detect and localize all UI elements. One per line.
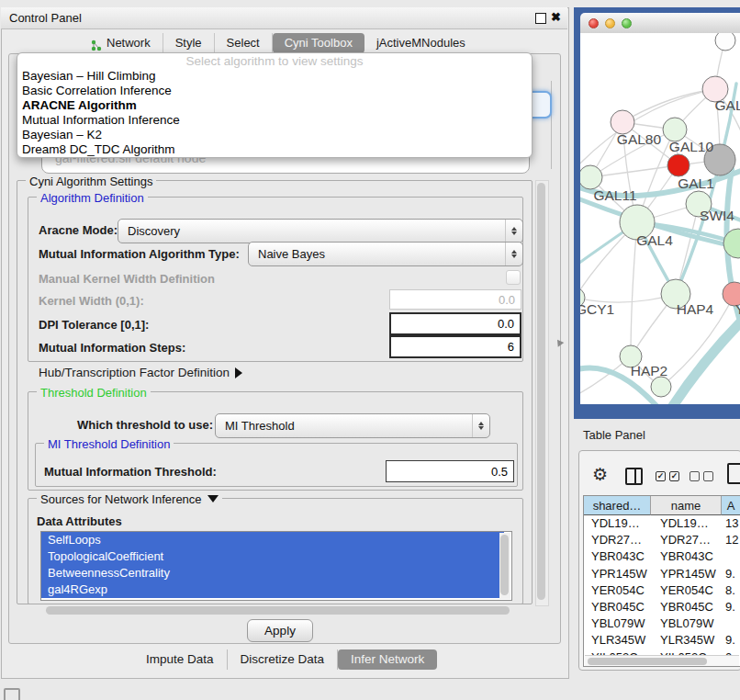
node-label-gcy1: GCY1 xyxy=(580,301,614,317)
select-all-icon[interactable]: ✓✓ xyxy=(656,471,679,481)
manual-kernel-width-label: Manual Kernel Width Definition xyxy=(39,272,215,286)
sources-group-label: Sources for Network Inference xyxy=(40,492,202,506)
attribute-item-gal4rgexp[interactable]: gal4RGexp xyxy=(41,581,504,598)
table-cell: YBR043C xyxy=(584,548,658,565)
table-cell: 9. xyxy=(722,566,740,582)
algorithm-option-mutual-information-inference[interactable]: Mutual Information Inference xyxy=(18,113,533,128)
tab-select[interactable]: Select xyxy=(215,33,273,53)
horizontal-scrollbar[interactable] xyxy=(46,606,510,615)
table-cell: YBL079W xyxy=(584,615,658,632)
table-settings-gear-icon[interactable]: ⚙ xyxy=(592,464,608,485)
data-attributes-list: SelfLoopsTopologicalCoefficientBetweenne… xyxy=(40,531,512,601)
table-row[interactable]: YLR345WYLR345W9. xyxy=(584,632,740,649)
tab-label: jActiveMNodules xyxy=(376,33,465,53)
table-cell: YBR045C xyxy=(584,599,658,615)
settings-vertical-scrollbar[interactable] xyxy=(535,180,549,606)
network-node-gal11[interactable] xyxy=(580,165,602,189)
table-row[interactable]: YDR27…YDR27…12 xyxy=(584,532,740,548)
kernel-width-label: Kernel Width (0,1): xyxy=(39,294,144,308)
network-canvas[interactable]: GALGAL80GAL10GAL1GAL11SWI4GAL4GCY1HAP4YH… xyxy=(580,33,740,404)
control-panel-titlebar xyxy=(1,7,567,29)
network-node[interactable] xyxy=(651,377,671,397)
which-threshold-combo[interactable]: MI Threshold xyxy=(215,413,490,438)
bottom-tab-infer-network[interactable]: Infer Network xyxy=(338,649,437,670)
panel-grip-icon[interactable] xyxy=(4,688,20,700)
algorithm-option-dream8-dc-tdc-algorithm[interactable]: Dream8 DC_TDC Algorithm xyxy=(18,142,533,157)
which-threshold-label: Which threshold to use: xyxy=(77,418,213,432)
manual-kernel-width-checkbox xyxy=(506,270,521,285)
control-panel-tabs: NetworkStyleSelectCyni ToolboxjActiveMNo… xyxy=(79,33,477,53)
table-cell: YER054C xyxy=(584,582,658,599)
table-cell: YPR145W xyxy=(584,566,658,582)
table-panel-title: Table Panel xyxy=(583,428,645,442)
mi-algorithm-type-combo[interactable]: Naive Bayes xyxy=(248,242,523,266)
aracne-mode-combo[interactable]: Discovery xyxy=(118,219,523,243)
mi-threshold-group-title: MI Threshold Definition xyxy=(44,437,174,451)
algorithm-option-aracne-algorithm[interactable]: ARACNE Algorithm xyxy=(18,98,533,113)
which-threshold-value: MI Threshold xyxy=(216,419,472,433)
table-row[interactable]: YER054CYER054C8. xyxy=(584,582,740,599)
table-row[interactable]: YBR045CYBR045C9. xyxy=(584,599,740,615)
bottom-tab-discretize-data[interactable]: Discretize Data xyxy=(228,649,339,670)
table-cell xyxy=(722,548,740,565)
node-label-hap2: HAP2 xyxy=(631,363,668,378)
tab-jactivemnodules[interactable]: jActiveMNodules xyxy=(364,33,477,53)
table-cell: YBL079W xyxy=(651,615,731,632)
float-window-icon[interactable] xyxy=(535,13,546,24)
attribute-item-topologicalcoefficient[interactable]: TopologicalCoefficient xyxy=(41,548,504,565)
minimize-window-icon[interactable] xyxy=(605,18,615,28)
apply-button[interactable]: Apply xyxy=(247,619,313,642)
combo-stepper-icon xyxy=(505,220,522,243)
algorithm-option-basic-correlation-inference[interactable]: Basic Correlation Inference xyxy=(18,84,533,98)
hub-definition-toggle[interactable]: Hub/Transcription Factor Definition xyxy=(39,366,242,379)
network-node[interactable] xyxy=(715,33,735,51)
mi-algorithm-type-value: Naive Bayes xyxy=(249,247,505,261)
combo-stepper-icon xyxy=(472,414,489,437)
tab-label: Style xyxy=(175,33,202,53)
table-horizontal-scrollbar[interactable] xyxy=(585,655,739,666)
dpi-tolerance-field[interactable] xyxy=(389,312,521,335)
node-label-gal11: GAL11 xyxy=(593,187,636,203)
table-cell: YDR27… xyxy=(651,532,731,548)
bottom-tab-impute-data[interactable]: Impute Data xyxy=(133,649,228,670)
network-node-gal1[interactable] xyxy=(667,154,690,176)
column-header-shared-[interactable]: shared… xyxy=(584,496,651,515)
mi-threshold-field[interactable] xyxy=(386,460,514,482)
network-edge xyxy=(580,89,715,171)
deselect-all-icon[interactable] xyxy=(690,471,713,481)
tab-label: Cyni Toolbox xyxy=(285,33,353,53)
node-label-gal10: GAL10 xyxy=(669,139,714,154)
list-vertical-scrollbar[interactable] xyxy=(499,533,510,599)
table-row[interactable]: YPR145WYPR145W9. xyxy=(584,566,740,582)
column-header-name[interactable]: name xyxy=(651,496,722,515)
table-cell: YER054C xyxy=(651,582,731,599)
table-row[interactable]: YBL079WYBL079W xyxy=(584,615,740,632)
split-panel-icon[interactable] xyxy=(625,468,643,485)
kernel-width-field xyxy=(389,289,521,310)
attribute-item-betweennesscentrality[interactable]: BetweennessCentrality xyxy=(41,565,504,581)
mi-threshold-label: Mutual Information Threshold: xyxy=(44,465,217,479)
algorithm-option-bayesian-hill-climbing[interactable]: Bayesian – Hill Climbing xyxy=(18,69,533,84)
node-label-gal1: GAL1 xyxy=(678,175,714,191)
tab-cyni-toolbox[interactable]: Cyni Toolbox xyxy=(273,33,364,53)
close-window-icon[interactable] xyxy=(589,18,599,28)
node-label-swi4: SWI4 xyxy=(700,208,734,223)
export-table-icon[interactable] xyxy=(727,463,740,484)
table-cell xyxy=(722,615,740,632)
table-cell: 8. xyxy=(722,582,740,599)
node-label-gal4: GAL4 xyxy=(636,232,673,248)
attribute-item-selfloops[interactable]: SelfLoops xyxy=(41,532,504,548)
sources-group-title[interactable]: Sources for Network Inference xyxy=(37,492,222,506)
algorithm-option-bayesian-k2[interactable]: Bayesian – K2 xyxy=(18,128,533,142)
mi-algorithm-type-label: Mutual Information Algorithm Type: xyxy=(39,247,240,261)
table-cell: YDL19… xyxy=(651,515,731,532)
close-icon[interactable]: ✖ xyxy=(551,10,561,24)
table-row[interactable]: YDL19…YDL19…13 xyxy=(584,515,740,532)
column-header-a[interactable]: A xyxy=(722,496,740,515)
mi-steps-field[interactable] xyxy=(389,335,521,358)
tab-style[interactable]: Style xyxy=(163,33,215,53)
table-cell: YBR045C xyxy=(651,599,731,615)
zoom-window-icon[interactable] xyxy=(622,18,632,28)
table-row[interactable]: YBR043CYBR043C xyxy=(584,548,740,565)
tab-network[interactable]: Network xyxy=(79,33,163,53)
